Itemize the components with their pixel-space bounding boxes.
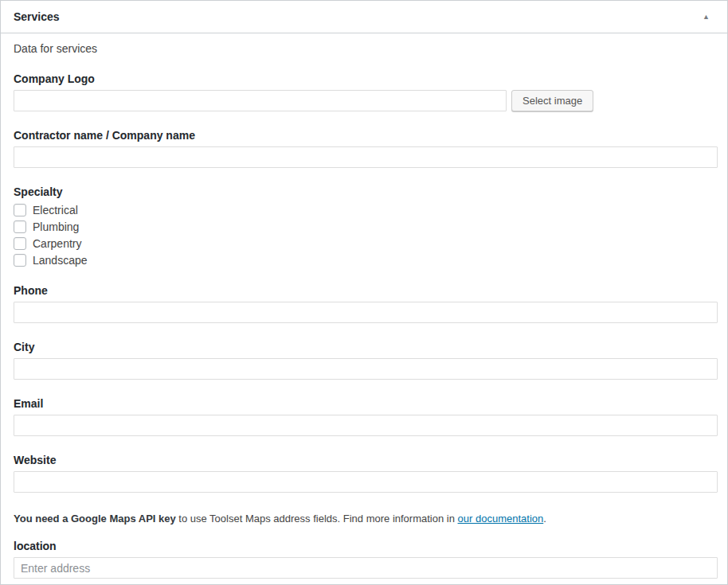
collapse-toggle-icon[interactable]: ▲ [699, 10, 713, 24]
phone-input[interactable] [14, 302, 718, 323]
specialty-option-landscape: Landscape [14, 254, 718, 267]
specialty-option-plumbing: Plumbing [14, 220, 718, 233]
field-specialty: Specialty Electrical Plumbing Carpentry … [14, 185, 718, 267]
carpentry-checkbox-label[interactable]: Carpentry [33, 237, 81, 250]
contractor-name-input[interactable] [14, 146, 718, 168]
landscape-checkbox-label[interactable]: Landscape [33, 254, 88, 267]
field-website: Website [14, 454, 718, 493]
city-label: City [14, 341, 718, 353]
notice-middle-text: to use Toolset Maps address fields. Find… [176, 513, 458, 525]
phone-label: Phone [14, 284, 718, 297]
metabox-description: Data for services [14, 42, 718, 55]
email-label: Email [14, 397, 718, 410]
page-title: Services [14, 10, 60, 23]
plumbing-checkbox-label[interactable]: Plumbing [33, 220, 79, 233]
plumbing-checkbox[interactable] [14, 220, 26, 233]
field-company-logo: Company Logo Select image [14, 72, 718, 111]
field-city: City [14, 341, 718, 380]
contractor-name-label: Contractor name / Company name [14, 129, 718, 142]
field-location: location [14, 540, 718, 579]
select-image-button[interactable]: Select image [511, 90, 593, 111]
google-maps-api-notice: You need a Google Maps API key to use To… [14, 513, 718, 525]
field-email: Email [14, 397, 718, 436]
location-label: location [14, 540, 718, 552]
notice-bold-text: You need a Google Maps API key [14, 513, 176, 525]
email-input[interactable] [14, 415, 718, 436]
documentation-link[interactable]: our documentation [458, 513, 544, 525]
specialty-option-electrical: Electrical [14, 204, 718, 216]
website-label: Website [14, 454, 718, 466]
notice-suffix: . [543, 513, 546, 525]
metabox-body: Data for services Company Logo Select im… [1, 33, 727, 579]
location-address-input[interactable] [14, 557, 718, 579]
website-input[interactable] [14, 471, 718, 493]
field-phone: Phone [14, 284, 718, 323]
landscape-checkbox[interactable] [14, 254, 26, 267]
electrical-checkbox-label[interactable]: Electrical [33, 204, 78, 216]
electrical-checkbox[interactable] [14, 204, 26, 216]
city-input[interactable] [14, 358, 718, 380]
company-logo-row: Select image [14, 90, 718, 111]
field-contractor-name: Contractor name / Company name [14, 129, 718, 168]
services-metabox: Services ▲ Data for services Company Log… [0, 0, 728, 585]
specialty-label: Specialty [14, 185, 718, 198]
specialty-option-carpentry: Carpentry [14, 237, 718, 250]
metabox-header: Services ▲ [1, 1, 727, 33]
carpentry-checkbox[interactable] [14, 237, 26, 250]
company-logo-label: Company Logo [14, 72, 718, 85]
company-logo-input[interactable] [14, 90, 507, 111]
